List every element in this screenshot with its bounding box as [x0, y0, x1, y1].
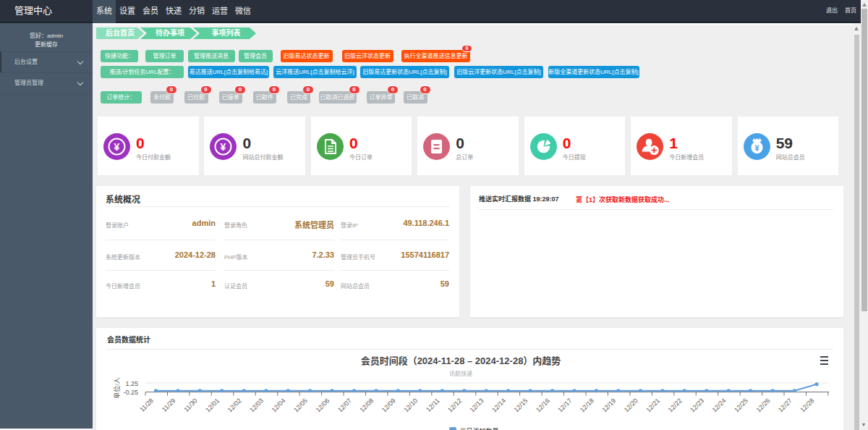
svg-text:12/13: 12/13	[469, 397, 485, 413]
svg-text:12/03: 12/03	[248, 397, 265, 413]
svg-text:¥: ¥	[221, 141, 226, 153]
svg-text:12/04: 12/04	[271, 397, 287, 413]
svg-text:12/23: 12/23	[689, 397, 705, 413]
svg-text:12/17: 12/17	[556, 397, 573, 413]
svg-text:12/12: 12/12	[446, 397, 463, 413]
svg-text:¥: ¥	[114, 141, 120, 153]
svg-text:11/28: 11/28	[138, 397, 155, 413]
svg-text:12/09: 12/09	[380, 397, 397, 413]
svg-text:¥: ¥	[754, 142, 760, 153]
svg-text:12/25: 12/25	[733, 397, 749, 413]
svg-text:单位/人: 单位/人	[112, 377, 122, 399]
svg-text:12/07: 12/07	[336, 397, 353, 413]
svg-text:-0.25: -0.25	[123, 389, 138, 396]
svg-text:12/02: 12/02	[226, 397, 243, 413]
svg-text:12/26: 12/26	[755, 397, 772, 413]
svg-text:12/08: 12/08	[358, 397, 375, 413]
svg-text:12/19: 12/19	[600, 397, 617, 413]
svg-text:12/27: 12/27	[777, 397, 793, 413]
svg-text:12/14: 12/14	[490, 397, 507, 413]
svg-text:11/30: 11/30	[182, 397, 199, 413]
svg-text:12/21: 12/21	[644, 397, 661, 413]
svg-text:12/11: 12/11	[425, 397, 441, 413]
svg-text:12/22: 12/22	[667, 397, 684, 413]
svg-text:12/05: 12/05	[292, 397, 309, 413]
svg-text:12/24: 12/24	[711, 397, 728, 413]
svg-text:12/06: 12/06	[315, 397, 331, 413]
svg-text:11/29: 11/29	[161, 397, 177, 413]
svg-text:12/16: 12/16	[535, 397, 551, 413]
svg-text:12/15: 12/15	[513, 397, 529, 413]
svg-text:12/28: 12/28	[799, 397, 815, 413]
svg-text:12/18: 12/18	[579, 397, 595, 413]
svg-text:12/01: 12/01	[204, 397, 221, 413]
svg-text:12/10: 12/10	[402, 397, 419, 413]
svg-text:12/20: 12/20	[623, 397, 639, 413]
svg-text:1.25: 1.25	[125, 380, 138, 387]
